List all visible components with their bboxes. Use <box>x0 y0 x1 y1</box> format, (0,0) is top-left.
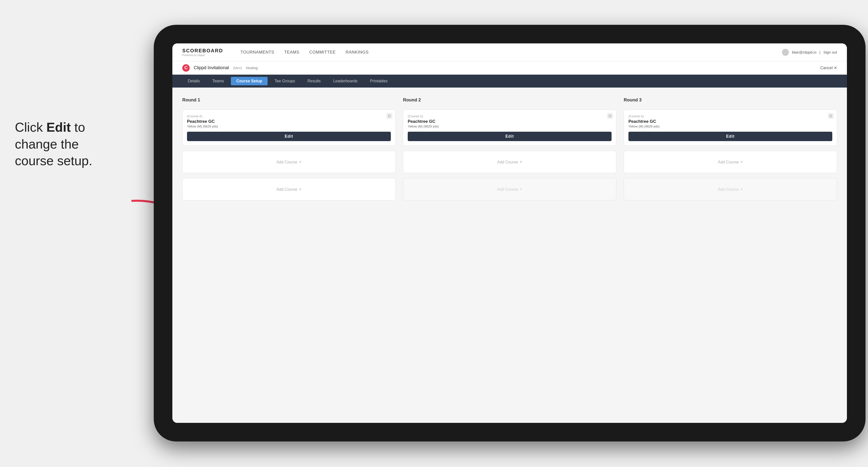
round-2-add-course-label-1: Add Course+ <box>497 159 522 165</box>
tournament-audience: (Men) <box>233 66 242 70</box>
nav-teams[interactable]: TEAMS <box>284 50 299 55</box>
rounds-container: Round 1 (Course A) Peachtree GC Yellow (… <box>182 97 837 200</box>
user-avatar <box>782 49 789 56</box>
round-2-add-course-label-2: Add Course+ <box>497 187 522 192</box>
user-email: blair@clippd.io <box>792 50 816 54</box>
round-1-course-name: Peachtree GC <box>187 119 391 124</box>
main-content: Round 1 (Course A) Peachtree GC Yellow (… <box>173 88 847 423</box>
nav-committee[interactable]: COMMITTEE <box>309 50 336 55</box>
instruction-text: Click Edit tochange thecourse setup. <box>15 119 119 169</box>
round-3-edit-button[interactable]: Edit <box>628 132 832 141</box>
tablet-screen: SCOREBOARD Powered by clippd TOURNAMENTS… <box>173 43 847 423</box>
round-1-course-label: (Course A) <box>187 114 391 118</box>
tab-tee-groups[interactable]: Tee Groups <box>269 77 301 85</box>
round-2-delete-icon[interactable]: ⊡ <box>607 113 613 119</box>
round-1-add-course-label-1: Add Course+ <box>276 159 301 165</box>
round-1-delete-icon[interactable]: ⊡ <box>386 113 392 119</box>
nav-user: blair@clippd.io | Sign out <box>782 49 837 56</box>
round-1-column: Round 1 (Course A) Peachtree GC Yellow (… <box>182 97 396 200</box>
round-1-course-details: Yellow (M) (6629 yds) <box>187 125 391 128</box>
round-3-course-details: Yellow (M) (6629 yds) <box>628 125 832 128</box>
round-3-column: Round 3 (Course A) Peachtree GC Yellow (… <box>624 97 837 200</box>
brand-name: SCOREBOARD <box>182 48 223 54</box>
round-1-add-course-label-2: Add Course+ <box>276 187 301 192</box>
round-1-edit-button[interactable]: Edit <box>187 132 391 141</box>
round-1-add-course-1[interactable]: Add Course+ <box>182 151 396 173</box>
tab-course-setup[interactable]: Course Setup <box>231 77 268 85</box>
powered-by: Powered by clippd <box>182 54 223 57</box>
round-2-course-card: (Course A) Peachtree GC Yellow (M) (6629… <box>403 110 616 146</box>
round-2-column: Round 2 (Course A) Peachtree GC Yellow (… <box>403 97 616 200</box>
nav-separator: | <box>819 50 820 54</box>
nav-links: TOURNAMENTS TEAMS COMMITTEE RANKINGS <box>240 50 770 55</box>
tab-results[interactable]: Results <box>302 77 326 85</box>
round-2-edit-button[interactable]: Edit <box>408 132 612 141</box>
round-2-course-name: Peachtree GC <box>408 119 612 124</box>
tab-teams[interactable]: Teams <box>207 77 229 85</box>
round-2-add-course-1[interactable]: Add Course+ <box>403 151 616 173</box>
round-3-course-name: Peachtree GC <box>628 119 832 124</box>
round-1-add-course-2[interactable]: Add Course+ <box>182 178 396 200</box>
tournament-title: Clippd Invitational <box>194 65 229 70</box>
round-1-title: Round 1 <box>182 97 396 103</box>
tab-bar: Details Teams Course Setup Tee Groups Re… <box>173 75 847 88</box>
brand-logo: SCOREBOARD Powered by clippd <box>182 48 223 57</box>
tablet-shell: SCOREBOARD Powered by clippd TOURNAMENTS… <box>154 25 866 441</box>
tab-leaderboards[interactable]: Leaderboards <box>328 77 363 85</box>
sign-out-link[interactable]: Sign out <box>824 50 837 54</box>
round-3-add-course-label-2: Add Course+ <box>718 187 743 192</box>
round-2-title: Round 2 <box>403 97 616 103</box>
round-3-course-card: (Course A) Peachtree GC Yellow (M) (6629… <box>624 110 837 146</box>
round-2-course-label: (Course A) <box>408 114 612 118</box>
nav-tournaments[interactable]: TOURNAMENTS <box>240 50 274 55</box>
round-3-add-course-label-1: Add Course+ <box>718 159 743 165</box>
instruction-bold: Edit <box>46 120 71 134</box>
round-3-add-course-1[interactable]: Add Course+ <box>624 151 837 173</box>
cancel-button[interactable]: Cancel ✕ <box>820 65 837 70</box>
round-2-add-course-2: Add Course+ <box>403 178 616 200</box>
tournament-status: Hosting <box>246 66 258 70</box>
sub-header: C Clippd Invitational (Men) Hosting Canc… <box>173 61 847 75</box>
nav-rankings[interactable]: RANKINGS <box>346 50 369 55</box>
round-2-course-details: Yellow (M) (6629 yds) <box>408 125 612 128</box>
top-nav: SCOREBOARD Powered by clippd TOURNAMENTS… <box>173 43 847 61</box>
round-1-course-card: (Course A) Peachtree GC Yellow (M) (6629… <box>182 110 396 146</box>
round-3-delete-icon[interactable]: ⊡ <box>828 113 834 119</box>
round-3-course-label: (Course A) <box>628 114 832 118</box>
tab-details[interactable]: Details <box>182 77 205 85</box>
round-3-add-course-2: Add Course+ <box>624 178 837 200</box>
app-logo: C <box>182 64 190 72</box>
round-3-title: Round 3 <box>624 97 837 103</box>
tab-printables[interactable]: Printables <box>365 77 393 85</box>
